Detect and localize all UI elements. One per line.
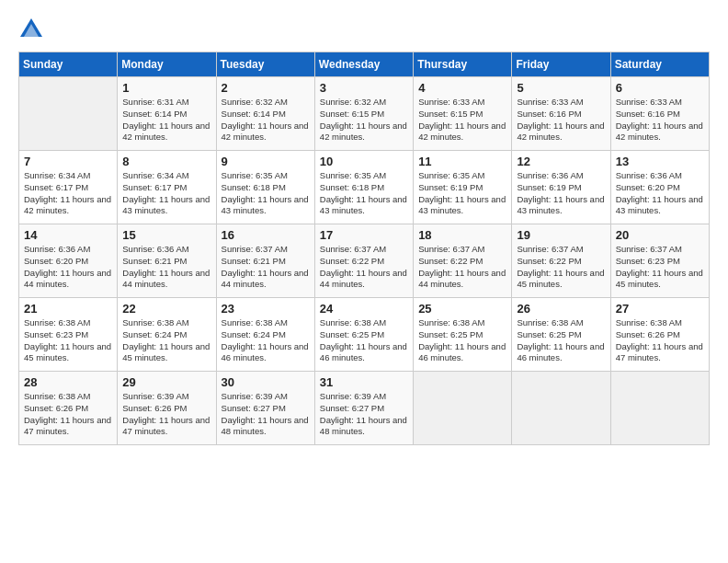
day-number: 2 xyxy=(222,81,310,95)
day-detail: Sunrise: 6:35 AMSunset: 6:18 PMDaylight:… xyxy=(222,170,310,217)
calendar-cell: 21Sunrise: 6:38 AMSunset: 6:23 PMDayligh… xyxy=(19,298,118,372)
calendar-cell: 10Sunrise: 6:35 AMSunset: 6:18 PMDayligh… xyxy=(314,151,413,224)
day-detail: Sunrise: 6:32 AMSunset: 6:15 PMDaylight:… xyxy=(320,97,408,144)
day-detail: Sunrise: 6:39 AMSunset: 6:27 PMDaylight:… xyxy=(222,391,310,438)
day-detail: Sunrise: 6:38 AMSunset: 6:25 PMDaylight:… xyxy=(418,317,506,364)
day-detail: Sunrise: 6:34 AMSunset: 6:17 PMDaylight:… xyxy=(122,170,210,217)
calendar-cell: 29Sunrise: 6:39 AMSunset: 6:26 PMDayligh… xyxy=(118,372,216,445)
day-number: 5 xyxy=(517,81,605,95)
day-detail: Sunrise: 6:33 AMSunset: 6:16 PMDaylight:… xyxy=(616,97,704,144)
calendar-cell: 13Sunrise: 6:36 AMSunset: 6:20 PMDayligh… xyxy=(610,151,709,224)
day-detail: Sunrise: 6:38 AMSunset: 6:24 PMDaylight:… xyxy=(122,317,210,364)
calendar-cell: 5Sunrise: 6:33 AMSunset: 6:16 PMDaylight… xyxy=(512,77,610,151)
day-number: 26 xyxy=(517,302,605,316)
day-number: 9 xyxy=(222,155,310,168)
day-number: 18 xyxy=(418,228,506,242)
calendar-cell: 6Sunrise: 6:33 AMSunset: 6:16 PMDaylight… xyxy=(610,77,709,151)
day-number: 20 xyxy=(616,228,704,242)
day-number: 27 xyxy=(616,302,704,316)
day-number: 29 xyxy=(122,375,210,389)
day-number: 16 xyxy=(222,228,310,242)
week-row-2: 7Sunrise: 6:34 AMSunset: 6:17 PMDaylight… xyxy=(19,151,710,224)
day-detail: Sunrise: 6:35 AMSunset: 6:18 PMDaylight:… xyxy=(320,170,408,217)
calendar-cell xyxy=(414,372,512,445)
calendar-cell: 31Sunrise: 6:39 AMSunset: 6:27 PMDayligh… xyxy=(314,372,413,445)
day-number: 11 xyxy=(418,155,506,168)
day-number: 12 xyxy=(517,155,605,168)
calendar-cell: 8Sunrise: 6:34 AMSunset: 6:17 PMDaylight… xyxy=(118,151,216,224)
day-number: 19 xyxy=(517,228,605,242)
day-detail: Sunrise: 6:34 AMSunset: 6:17 PMDaylight:… xyxy=(24,170,112,217)
day-number: 21 xyxy=(24,302,112,316)
calendar-cell: 23Sunrise: 6:38 AMSunset: 6:24 PMDayligh… xyxy=(216,298,314,372)
day-detail: Sunrise: 6:38 AMSunset: 6:23 PMDaylight:… xyxy=(24,317,112,364)
calendar-cell: 17Sunrise: 6:37 AMSunset: 6:22 PMDayligh… xyxy=(314,224,413,298)
day-detail: Sunrise: 6:38 AMSunset: 6:24 PMDaylight:… xyxy=(222,317,310,364)
day-number: 17 xyxy=(320,228,408,242)
calendar-cell xyxy=(19,77,118,151)
calendar-cell: 3Sunrise: 6:32 AMSunset: 6:15 PMDaylight… xyxy=(314,77,413,151)
calendar-cell: 24Sunrise: 6:38 AMSunset: 6:25 PMDayligh… xyxy=(314,298,413,372)
day-detail: Sunrise: 6:35 AMSunset: 6:19 PMDaylight:… xyxy=(418,170,506,217)
day-number: 1 xyxy=(122,81,210,95)
day-number: 13 xyxy=(616,155,704,168)
week-row-1: 1Sunrise: 6:31 AMSunset: 6:14 PMDaylight… xyxy=(19,77,710,151)
calendar-cell: 25Sunrise: 6:38 AMSunset: 6:25 PMDayligh… xyxy=(414,298,512,372)
day-detail: Sunrise: 6:37 AMSunset: 6:23 PMDaylight:… xyxy=(616,244,704,291)
logo xyxy=(18,17,48,42)
week-row-5: 28Sunrise: 6:38 AMSunset: 6:26 PMDayligh… xyxy=(19,372,710,445)
day-detail: Sunrise: 6:38 AMSunset: 6:25 PMDaylight:… xyxy=(320,317,408,364)
week-row-4: 21Sunrise: 6:38 AMSunset: 6:23 PMDayligh… xyxy=(19,298,710,372)
calendar-cell: 16Sunrise: 6:37 AMSunset: 6:21 PMDayligh… xyxy=(216,224,314,298)
day-detail: Sunrise: 6:38 AMSunset: 6:25 PMDaylight:… xyxy=(517,317,605,364)
weekday-header-wednesday: Wednesday xyxy=(314,52,413,77)
day-detail: Sunrise: 6:36 AMSunset: 6:20 PMDaylight:… xyxy=(616,170,704,217)
calendar-cell: 15Sunrise: 6:36 AMSunset: 6:21 PMDayligh… xyxy=(118,224,216,298)
day-number: 23 xyxy=(222,302,310,316)
day-number: 30 xyxy=(222,375,310,389)
weekday-header-row: SundayMondayTuesdayWednesdayThursdayFrid… xyxy=(19,52,710,77)
day-number: 31 xyxy=(320,375,408,389)
calendar-cell: 7Sunrise: 6:34 AMSunset: 6:17 PMDaylight… xyxy=(19,151,118,224)
day-detail: Sunrise: 6:33 AMSunset: 6:15 PMDaylight:… xyxy=(418,97,506,144)
calendar-cell: 20Sunrise: 6:37 AMSunset: 6:23 PMDayligh… xyxy=(610,224,709,298)
day-detail: Sunrise: 6:38 AMSunset: 6:26 PMDaylight:… xyxy=(616,317,704,364)
day-detail: Sunrise: 6:37 AMSunset: 6:22 PMDaylight:… xyxy=(418,244,506,291)
weekday-header-monday: Monday xyxy=(118,52,216,77)
weekday-header-tuesday: Tuesday xyxy=(216,52,314,77)
day-detail: Sunrise: 6:31 AMSunset: 6:14 PMDaylight:… xyxy=(122,97,210,144)
calendar-cell: 26Sunrise: 6:38 AMSunset: 6:25 PMDayligh… xyxy=(512,298,610,372)
week-row-3: 14Sunrise: 6:36 AMSunset: 6:20 PMDayligh… xyxy=(19,224,710,298)
calendar-cell xyxy=(512,372,610,445)
weekday-header-friday: Friday xyxy=(512,52,610,77)
calendar-cell: 14Sunrise: 6:36 AMSunset: 6:20 PMDayligh… xyxy=(19,224,118,298)
calendar-cell: 4Sunrise: 6:33 AMSunset: 6:15 PMDaylight… xyxy=(414,77,512,151)
day-number: 24 xyxy=(320,302,408,316)
page: SundayMondayTuesdayWednesdayThursdayFrid… xyxy=(0,0,728,563)
weekday-header-thursday: Thursday xyxy=(414,52,512,77)
day-detail: Sunrise: 6:33 AMSunset: 6:16 PMDaylight:… xyxy=(517,97,605,144)
day-detail: Sunrise: 6:32 AMSunset: 6:14 PMDaylight:… xyxy=(222,97,310,144)
day-number: 14 xyxy=(24,228,112,242)
calendar-cell xyxy=(610,372,709,445)
day-number: 3 xyxy=(320,81,408,95)
weekday-header-sunday: Sunday xyxy=(19,52,118,77)
day-detail: Sunrise: 6:37 AMSunset: 6:21 PMDaylight:… xyxy=(222,244,310,291)
calendar-cell: 28Sunrise: 6:38 AMSunset: 6:26 PMDayligh… xyxy=(19,372,118,445)
logo-icon xyxy=(18,17,44,42)
day-number: 22 xyxy=(122,302,210,316)
calendar-cell: 2Sunrise: 6:32 AMSunset: 6:14 PMDaylight… xyxy=(216,77,314,151)
day-number: 7 xyxy=(24,155,112,168)
calendar-cell: 19Sunrise: 6:37 AMSunset: 6:22 PMDayligh… xyxy=(512,224,610,298)
day-detail: Sunrise: 6:36 AMSunset: 6:20 PMDaylight:… xyxy=(24,244,112,291)
calendar-cell: 22Sunrise: 6:38 AMSunset: 6:24 PMDayligh… xyxy=(118,298,216,372)
weekday-header-saturday: Saturday xyxy=(610,52,709,77)
calendar-cell: 11Sunrise: 6:35 AMSunset: 6:19 PMDayligh… xyxy=(414,151,512,224)
calendar-cell: 27Sunrise: 6:38 AMSunset: 6:26 PMDayligh… xyxy=(610,298,709,372)
day-number: 8 xyxy=(122,155,210,168)
day-detail: Sunrise: 6:37 AMSunset: 6:22 PMDaylight:… xyxy=(320,244,408,291)
day-number: 28 xyxy=(24,375,112,389)
day-detail: Sunrise: 6:37 AMSunset: 6:22 PMDaylight:… xyxy=(517,244,605,291)
calendar-table: SundayMondayTuesdayWednesdayThursdayFrid… xyxy=(18,52,710,445)
calendar-cell: 18Sunrise: 6:37 AMSunset: 6:22 PMDayligh… xyxy=(414,224,512,298)
